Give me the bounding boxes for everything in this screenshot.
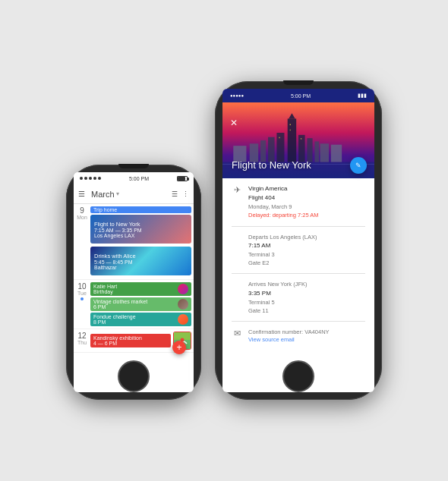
month-label: March xyxy=(91,190,115,199)
status-right xyxy=(177,176,188,181)
drinks-time: 5:45 — 8:45 PM xyxy=(94,259,188,265)
small-phone-screen: 5:00 PM ☰ March ▾ ☰ ⋮ xyxy=(74,172,194,392)
menu-icon[interactable]: ☰ xyxy=(78,190,85,198)
confirmation-row: ✉ Confirmation number: VA404NY View sour… xyxy=(232,328,365,343)
airline-row: ✈ Virgin America Flight 404 Monday, Marc… xyxy=(232,184,365,220)
day-row-9: 9 Mon Trip home Flight to New York 7:15 … xyxy=(74,204,194,280)
header-icons: ☰ ⋮ xyxy=(172,190,189,198)
svg-rect-13 xyxy=(320,143,329,162)
depart-terminal: Terminal 3 xyxy=(248,250,365,259)
depart-gate: Gate E2 xyxy=(248,259,365,267)
depart-label: Departs Los Angeles (LAX) xyxy=(248,233,365,241)
battery-icon xyxy=(177,176,188,181)
arrive-time: 3:35 PM xyxy=(248,289,365,298)
date-col-9: 9 Mon xyxy=(74,204,90,279)
events-col-9: Trip home Flight to New York 7:15 AM — 3… xyxy=(90,204,194,279)
calendar-body: 9 Mon Trip home Flight to New York 7:15 … xyxy=(74,204,194,353)
flight-card[interactable]: Flight to New York 7:15 AM — 3:35 PM Los… xyxy=(90,215,191,244)
calendar-view-icon[interactable]: ☰ xyxy=(172,190,178,198)
depart-time: 7:15 AM xyxy=(248,241,365,250)
signal-dot-2 xyxy=(84,177,87,180)
large-status-time: 5:00 PM xyxy=(291,93,311,99)
flight-card-loc: Los Angeles LAX xyxy=(94,233,188,238)
arrive-gate: Gate 11 xyxy=(248,307,365,315)
date-col-12: 12 Thu xyxy=(74,329,90,352)
battery-fill xyxy=(178,177,185,181)
airline-name: Virgin America xyxy=(248,184,365,193)
signal-dots xyxy=(80,177,101,180)
view-source-link[interactable]: View source email xyxy=(248,336,365,343)
date-col-10: 10 Tue xyxy=(74,280,90,329)
departure-section: Departs Los Angeles (LAX) 7:15 AM Termin… xyxy=(232,233,365,275)
svg-rect-5 xyxy=(288,118,296,162)
email-icon: ✉ xyxy=(232,329,242,338)
svg-rect-10 xyxy=(268,137,275,162)
edit-fab[interactable]: ✎ xyxy=(350,157,367,174)
confirmation-number: Confirmation number: VA404NY xyxy=(248,328,365,336)
svg-rect-16 xyxy=(331,145,342,162)
large-phone: ●●●●● 5:00 PM ▮▮▮ xyxy=(215,81,382,400)
plane-icon: ✈ xyxy=(232,185,242,195)
svg-rect-18 xyxy=(290,124,291,125)
fondue-event[interactable]: Fondue challenge 8 PM xyxy=(90,313,191,326)
katie-hart-event[interactable]: Katie Hart Birthday xyxy=(90,282,191,296)
airline-info: Virgin America Flight 404 Monday, March … xyxy=(248,184,365,220)
hero-title: Flight to New York xyxy=(232,159,311,171)
airline-section: ✈ Virgin America Flight 404 Monday, Marc… xyxy=(232,184,365,227)
small-status-bar: 5:00 PM xyxy=(74,172,194,184)
status-time: 5:00 PM xyxy=(129,176,149,181)
confirmation-info: Confirmation number: VA404NY View source… xyxy=(248,328,365,343)
month-title[interactable]: March ▾ xyxy=(91,190,169,199)
signal-dot-1 xyxy=(80,177,83,180)
fondue-time: 8 PM xyxy=(93,319,136,325)
kandinsky-event[interactable]: Kandinsky exhibition 4 — 6 PM xyxy=(90,334,171,347)
departure-row: Departs Los Angeles (LAX) 7:15 AM Termin… xyxy=(232,233,365,268)
svg-rect-20 xyxy=(279,137,279,138)
day-num-9: 9 xyxy=(80,206,84,215)
svg-rect-19 xyxy=(290,130,291,130)
calendar-header: ☰ March ▾ ☰ ⋮ xyxy=(74,184,194,204)
close-button[interactable]: ✕ xyxy=(230,118,238,128)
vintage-market-event[interactable]: Vintage clothes market 6 PM xyxy=(90,297,191,311)
large-status-right: ▮▮▮ xyxy=(358,93,367,99)
signal-dot-5 xyxy=(98,177,101,180)
dropdown-arrow: ▾ xyxy=(116,190,119,197)
small-phone: 5:00 PM ☰ March ▾ ☰ ⋮ xyxy=(66,165,201,400)
edit-icon: ✎ xyxy=(355,162,361,169)
trip-home-event[interactable]: Trip home xyxy=(90,206,191,213)
day-label-9: Mon xyxy=(77,215,87,220)
katie-name: Katie Hart xyxy=(93,284,117,289)
flight-card-time: 7:15 AM — 3:35 PM xyxy=(94,228,188,233)
flight-card-title: Flight to New York xyxy=(94,221,188,228)
svg-rect-21 xyxy=(301,138,301,139)
flight-number: Flight 404 xyxy=(248,193,365,203)
arrive-terminal: Terminal 5 xyxy=(248,298,365,307)
add-event-fab[interactable]: + xyxy=(172,341,186,354)
svg-rect-12 xyxy=(314,141,319,162)
more-options-icon[interactable]: ⋮ xyxy=(182,190,189,198)
day-num-12: 12 xyxy=(77,332,86,340)
arrival-row: Arrives New York (JFK) 3:35 PM Terminal … xyxy=(232,280,365,315)
fondue-title: Fondue challenge xyxy=(93,314,136,319)
flight-alert: Delayed: departing 7:25 AM xyxy=(248,211,365,219)
dot-marker-10 xyxy=(80,297,84,300)
flight-date: Monday, March 9 xyxy=(248,203,365,211)
vintage-title: Vintage clothes market xyxy=(93,299,147,304)
drinks-title: Drinks with Alice xyxy=(94,253,188,259)
vintage-avatar xyxy=(178,299,188,310)
scene: 5:00 PM ☰ March ▾ ☰ ⋮ xyxy=(66,81,382,400)
fondue-avatar xyxy=(178,314,188,325)
svg-rect-9 xyxy=(307,138,312,162)
vintage-time: 6 PM xyxy=(93,304,147,310)
drinks-loc: Balthazar xyxy=(94,265,188,270)
day-label-12: Thu xyxy=(77,340,87,345)
drinks-card[interactable]: Drinks with Alice 5:45 — 8:45 PM Balthaz… xyxy=(90,247,191,275)
confirmation-section: ✉ Confirmation number: VA404NY View sour… xyxy=(232,328,365,349)
day-label-10: Tue xyxy=(77,291,87,296)
signal-dot-3 xyxy=(89,177,92,180)
detail-content: ✈ Virgin America Flight 404 Monday, Marc… xyxy=(222,178,374,361)
arrival-info: Arrives New York (JFK) 3:35 PM Terminal … xyxy=(248,280,365,315)
large-signal: ●●●●● xyxy=(230,93,244,98)
day-num-10: 10 xyxy=(77,282,86,291)
katie-sub: Birthday xyxy=(93,289,117,294)
